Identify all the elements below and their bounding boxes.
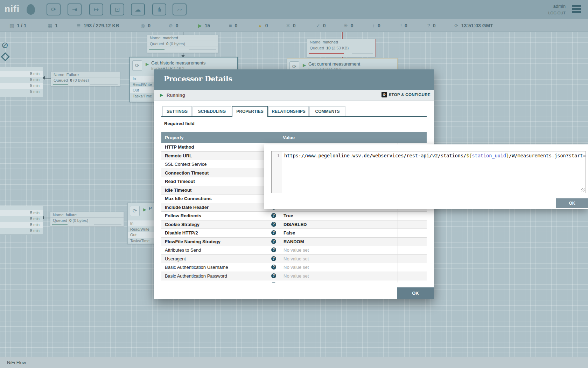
help-icon[interactable]: ? [271, 256, 276, 261]
breadcrumb[interactable]: NiFi Flow [7, 360, 26, 365]
help-icon[interactable]: ? [271, 282, 276, 282]
editor-code-line[interactable]: https://www.pegelonline.wsv.de/webservic… [282, 151, 586, 193]
help-icon[interactable]: ? [271, 230, 276, 235]
editor-gutter: 1 [272, 151, 282, 193]
funnel-icon[interactable]: ⋔ [152, 4, 166, 15]
current-user: admin [553, 4, 566, 9]
property-value: RANDOM [284, 239, 304, 244]
partial-processor-stats[interactable]: 5 min5 min 5 min5 min [0, 67, 43, 97]
run-status-icon: ▶ [143, 207, 146, 212]
editor-ok-button[interactable]: OK [556, 198, 588, 208]
help-icon[interactable]: ? [271, 213, 276, 218]
property-row[interactable]: Basic Authentication Password?No value s… [161, 272, 427, 281]
status-locally-modified: ✳0 [344, 19, 354, 32]
property-row[interactable]: Cookie Strategy?DISABLED [161, 220, 427, 229]
invalid-icon: ✕ [286, 23, 290, 28]
connection-label-matched-highlighted[interactable]: Namematched Queued10(2.53 KB) [307, 39, 376, 57]
tab-settings[interactable]: SETTINGS [162, 106, 192, 117]
property-value: False [284, 230, 295, 236]
connection-line [45, 78, 51, 79]
locally-modified-stale-icon: ! [400, 23, 402, 28]
sync-failure-icon: ? [427, 23, 430, 28]
property-row[interactable]: Disable HTTP/2?False [161, 229, 427, 238]
required-field-label: Required field [164, 121, 195, 126]
running-icon: ▶ [198, 23, 202, 28]
property-value: DISABLED [284, 222, 307, 227]
output-port-icon[interactable]: ↦ [89, 4, 103, 15]
status-transmitting: ◎0 [141, 19, 150, 32]
status-value: 0 [378, 23, 380, 28]
status-value: 0 [234, 23, 237, 28]
code-segment-plain: /W/measurements.json?start=P30D [509, 153, 586, 158]
line-number: 1 [272, 151, 282, 158]
status-locally-modified-stale: !0 [400, 19, 407, 32]
status-value: 13:51:03 GMT [461, 23, 493, 28]
property-row[interactable]: Attributes to Send?No value set [161, 246, 427, 255]
property-row[interactable]: Follow Redirects?True [161, 212, 427, 220]
property-row[interactable]: Basic Authentication Username?No value s… [161, 263, 427, 272]
dialog-ok-button[interactable]: OK [397, 287, 434, 299]
tab-comments[interactable]: COMMENTS [309, 106, 345, 117]
global-menu-icon[interactable] [572, 5, 581, 14]
process-group-icon[interactable]: ⊡ [110, 4, 124, 15]
cluster-icon: ▧ [9, 23, 14, 28]
breadcrumb-bar: NiFi Flow [0, 357, 588, 368]
property-name: Disable HTTP/2 [165, 230, 198, 236]
property-name: Remote URL [165, 153, 192, 158]
property-name: Max Idle Connections [165, 196, 212, 201]
tab-scheduling[interactable]: SCHEDULING [192, 106, 231, 117]
status-value: 1 [55, 23, 58, 28]
tab-properties[interactable]: PROPERTIES [232, 106, 268, 117]
dialog-header: Processor Details [154, 69, 434, 90]
code-segment-bracket: ${ [466, 153, 472, 158]
status-sync-failure: ?0 [427, 19, 436, 32]
resize-handle-icon[interactable] [581, 188, 585, 192]
property-row[interactable]: Useragent?No value set [161, 255, 427, 264]
status-queued: ≣193 / 279.12 KB [77, 19, 119, 32]
properties-table-header: Property Value [161, 132, 427, 143]
status-running: ▶15 [198, 19, 210, 32]
help-icon[interactable]: ? [271, 273, 276, 278]
connection-label-matched[interactable]: Namematched Queued0(0 bytes) [147, 35, 218, 53]
status-value: 1 / 1 [17, 23, 26, 28]
gear-icon: ⚙ [382, 92, 387, 97]
status-value: 15 [205, 23, 210, 28]
stop-and-configure-button[interactable]: ⚙ STOP & CONFIGURE [382, 92, 430, 97]
value-editor[interactable]: 1 https://www.pegelonline.wsv.de/webserv… [271, 151, 586, 193]
property-name: Useragent [165, 256, 186, 261]
stopped-icon: ■ [229, 23, 232, 28]
status-up-to-date: ✓0 [316, 19, 326, 32]
status-not-transmitting: ⊘0 [169, 19, 178, 32]
template-icon[interactable]: ▱ [173, 4, 187, 15]
status-value: 0 [351, 23, 354, 28]
status-cluster: ▧1 / 1 [9, 19, 26, 32]
connection-label-failure-2[interactable]: Namefailure Queued0(0 bytes) [50, 212, 124, 226]
no-entry-icon: ⊘ [1, 40, 8, 50]
logout-link[interactable]: LOG OUT [548, 11, 566, 15]
input-port-icon[interactable]: ⇥ [68, 4, 82, 15]
status-value: 0 [176, 23, 178, 28]
property-row[interactable]: FlowFile Naming Strategy?RANDOM [161, 238, 427, 246]
processor-icon[interactable]: ⟳ [47, 4, 61, 15]
remote-process-group-icon[interactable]: ☁ [131, 4, 145, 15]
help-icon[interactable]: ? [271, 265, 276, 270]
up-to-date-icon: ✓ [316, 23, 320, 28]
value-editor-panel: 1 https://www.pegelonline.wsv.de/webserv… [264, 144, 588, 209]
dialog-tabs: SETTINGSSCHEDULINGPROPERTIESRELATIONSHIP… [162, 106, 346, 117]
property-name: Basic Authentication Username [165, 265, 228, 270]
property-name: Connection Timeout [165, 170, 209, 176]
property-name: Follow Redirects [165, 213, 201, 218]
status-refresh[interactable]: ⟳13:51:03 GMT [454, 19, 493, 32]
help-icon[interactable]: ? [271, 239, 276, 244]
connection-label-failure[interactable]: NameFailure Queued0(0 bytes) [51, 71, 120, 86]
help-icon[interactable]: ? [271, 247, 276, 252]
partial-processor-stats[interactable]: 5 min5 min 5 min5 min [0, 206, 43, 235]
property-row[interactable]: ? [161, 280, 427, 282]
app-toolbar: nifi ⟳⇥↦⊡☁⋔▱ admin LOG OUT [0, 0, 588, 19]
property-name: Cookie Strategy [165, 222, 200, 227]
tab-relationships[interactable]: RELATIONSHIPS [268, 106, 309, 117]
help-icon[interactable]: ? [271, 222, 276, 227]
status-value: 193 / 279.12 KB [84, 23, 119, 28]
status-stopped: ■0 [229, 19, 237, 32]
status-value: 0 [405, 23, 407, 28]
